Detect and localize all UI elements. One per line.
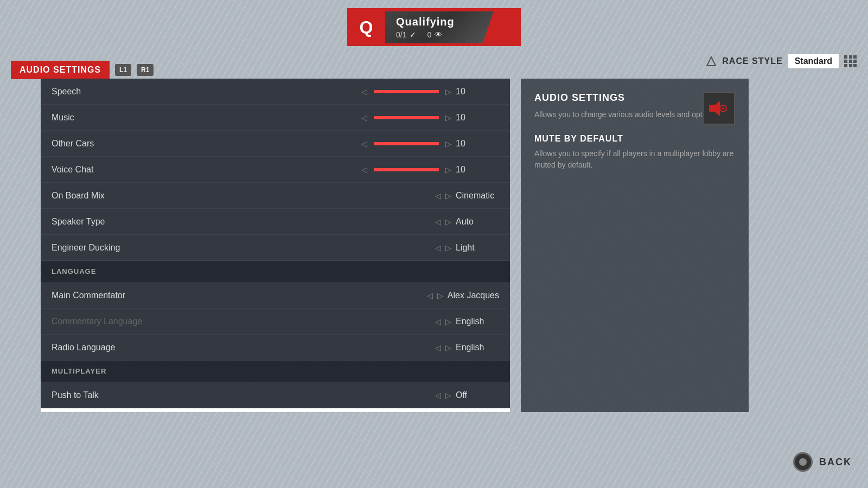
stat1-count: 0/1 bbox=[396, 30, 406, 39]
row-control: ◁▷Auto bbox=[435, 217, 499, 227]
arrow-left-icon[interactable]: ◁ bbox=[361, 113, 367, 122]
category-label: MULTIPLAYER bbox=[52, 367, 499, 375]
settings-row[interactable]: Engineer Ducking◁▷Light bbox=[41, 235, 510, 261]
row-label: Push to Talk bbox=[52, 390, 435, 400]
row-label: Speaker Type bbox=[52, 217, 435, 227]
arrow-right-icon[interactable]: ▷ bbox=[445, 217, 451, 226]
row-value: 10 bbox=[456, 87, 499, 97]
grid-icon bbox=[844, 55, 857, 67]
row-control: ◁▷10 bbox=[361, 139, 499, 149]
top-bar: Q Qualifying 0/1 ✓ 0 👁 bbox=[0, 0, 868, 54]
back-circle-icon bbox=[793, 452, 813, 472]
arrow-right-icon[interactable]: ▷ bbox=[445, 165, 451, 174]
row-control: ◁▷English bbox=[435, 317, 499, 326]
arrow-left-icon[interactable]: ◁ bbox=[427, 291, 433, 300]
speaker-icon-box bbox=[703, 92, 735, 125]
speaker-icon bbox=[708, 98, 730, 119]
audio-settings-badge: AUDIO SETTINGS bbox=[11, 61, 110, 79]
settings-row[interactable]: Other Cars◁▷10 bbox=[41, 131, 510, 157]
settings-row[interactable]: Push to Talk◁▷Off bbox=[41, 382, 510, 408]
settings-panel-container: Speech◁▷10Music◁▷10Other Cars◁▷10Voice C… bbox=[41, 79, 510, 412]
row-value: 10 bbox=[456, 165, 499, 175]
l1-button[interactable]: L1 bbox=[115, 64, 131, 76]
settings-row[interactable]: Mute by Default◁▷On bbox=[41, 408, 510, 412]
row-control: ◁▷10 bbox=[361, 113, 499, 123]
svg-marker-2 bbox=[714, 101, 720, 116]
back-label: BACK bbox=[819, 457, 852, 468]
slider-track[interactable] bbox=[374, 90, 439, 93]
right-info-panel: AUDIO SETTINGS Allows you to change vari… bbox=[521, 79, 749, 412]
triangle-icon bbox=[706, 56, 717, 67]
settings-row[interactable]: Speech◁▷10 bbox=[41, 79, 510, 105]
svg-rect-1 bbox=[709, 105, 714, 112]
row-value: English bbox=[456, 317, 499, 326]
arrow-left-icon[interactable]: ◁ bbox=[361, 139, 367, 148]
arrow-left-icon[interactable]: ◁ bbox=[435, 343, 441, 352]
row-value: 10 bbox=[456, 139, 499, 149]
row-label: Main Commentator bbox=[52, 291, 427, 300]
row-label: Radio Language bbox=[52, 343, 435, 352]
arrow-left-icon[interactable]: ◁ bbox=[435, 191, 441, 200]
row-control: ◁▷10 bbox=[361, 165, 499, 175]
arrow-left-icon[interactable]: ◁ bbox=[435, 391, 441, 400]
arrow-right-icon[interactable]: ▷ bbox=[445, 317, 451, 326]
row-value: English bbox=[456, 343, 499, 352]
settings-row[interactable]: Music◁▷10 bbox=[41, 105, 510, 131]
row-value: Alex Jacques bbox=[448, 291, 499, 300]
arrow-left-icon[interactable]: ◁ bbox=[435, 317, 441, 326]
row-value: 10 bbox=[456, 113, 499, 123]
arrow-right-icon[interactable]: ▷ bbox=[445, 243, 451, 252]
slider-track[interactable] bbox=[374, 142, 439, 145]
row-label: Voice Chat bbox=[52, 165, 361, 175]
q-icon: Q bbox=[347, 8, 385, 46]
row-control: ◁▷Off bbox=[435, 390, 499, 400]
qualifying-stats: 0/1 ✓ 0 👁 bbox=[396, 30, 472, 39]
settings-row[interactable]: Main Commentator◁▷Alex Jacques bbox=[41, 282, 510, 309]
arrow-right-icon[interactable]: ▷ bbox=[445, 343, 451, 352]
arrow-left-icon[interactable]: ◁ bbox=[361, 87, 367, 96]
row-control: ◁▷Alex Jacques bbox=[427, 291, 499, 300]
panel-subtitle: MUTE BY DEFAULT bbox=[534, 134, 735, 144]
row-value: Auto bbox=[456, 217, 499, 227]
arrow-right-icon[interactable]: ▷ bbox=[445, 113, 451, 122]
arrow-left-icon[interactable]: ◁ bbox=[435, 243, 441, 252]
svg-point-4 bbox=[722, 107, 724, 110]
row-label: Speech bbox=[52, 87, 361, 97]
row-value: Off bbox=[456, 390, 499, 400]
race-style-label: RACE STYLE bbox=[722, 56, 782, 66]
arrow-right-icon[interactable]: ▷ bbox=[445, 191, 451, 200]
slider-track[interactable] bbox=[374, 116, 439, 119]
settings-row: MULTIPLAYER bbox=[41, 361, 510, 382]
row-value: Cinematic bbox=[456, 191, 499, 201]
row-label: Music bbox=[52, 113, 361, 123]
panel-subdescription: Allows you to specify if all players in … bbox=[534, 148, 735, 171]
row-label: Commentary Language bbox=[52, 317, 435, 326]
settings-row[interactable]: Radio Language◁▷English bbox=[41, 335, 510, 361]
qualifying-box: Q Qualifying 0/1 ✓ 0 👁 bbox=[347, 8, 521, 46]
settings-row[interactable]: Voice Chat◁▷10 bbox=[41, 157, 510, 183]
slider-fill bbox=[374, 90, 439, 93]
settings-row[interactable]: On Board Mix◁▷Cinematic bbox=[41, 183, 510, 209]
row-control: ◁▷Light bbox=[435, 243, 499, 253]
arrow-left-icon[interactable]: ◁ bbox=[435, 217, 441, 226]
eye-icon: 👁 bbox=[435, 30, 442, 39]
arrow-right-icon[interactable]: ▷ bbox=[437, 291, 443, 300]
settings-panel: Speech◁▷10Music◁▷10Other Cars◁▷10Voice C… bbox=[41, 79, 510, 412]
qualifying-info: Qualifying 0/1 ✓ 0 👁 bbox=[385, 11, 494, 43]
stat2-count: 0 bbox=[427, 30, 431, 39]
back-button[interactable]: BACK bbox=[793, 452, 852, 472]
settings-row[interactable]: Speaker Type◁▷Auto bbox=[41, 209, 510, 235]
arrow-right-icon[interactable]: ▷ bbox=[445, 391, 451, 400]
row-control: ◁▷English bbox=[435, 343, 499, 352]
race-style-value: Standard bbox=[788, 54, 839, 68]
arrow-left-icon[interactable]: ◁ bbox=[361, 165, 367, 174]
back-circle-inner bbox=[799, 458, 807, 466]
settings-row[interactable]: Commentary Language◁▷English bbox=[41, 309, 510, 335]
arrow-right-icon[interactable]: ▷ bbox=[445, 139, 451, 148]
slider-track[interactable] bbox=[374, 168, 439, 171]
right-header: RACE STYLE Standard bbox=[706, 54, 857, 68]
r1-button[interactable]: R1 bbox=[137, 64, 154, 76]
slider-fill bbox=[374, 168, 439, 171]
arrow-right-icon[interactable]: ▷ bbox=[445, 87, 451, 96]
category-label: LANGUAGE bbox=[52, 267, 499, 275]
